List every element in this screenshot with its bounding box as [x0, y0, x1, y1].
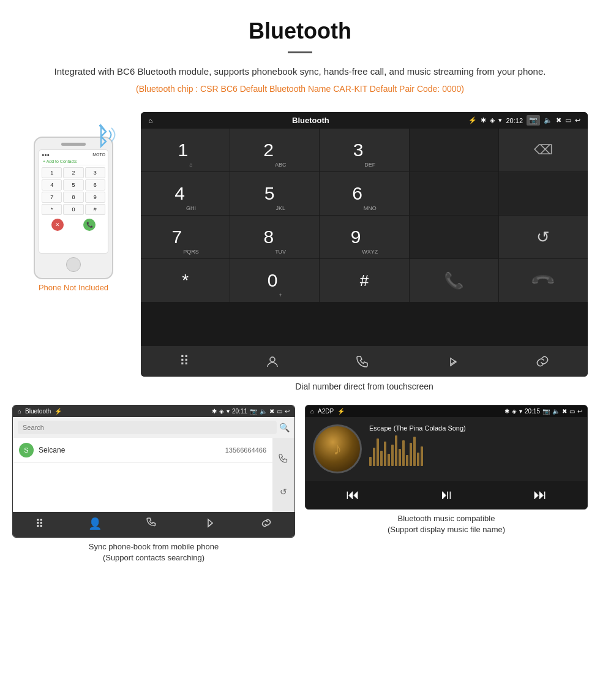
pb-call-icon-side[interactable]: [279, 453, 288, 465]
dial-call-green-btn[interactable]: 📞: [410, 259, 498, 302]
vis-bar-10: [402, 440, 405, 466]
music-bt-icon: ✱: [504, 408, 509, 415]
dial-backspace-btn[interactable]: ⌫: [499, 129, 588, 171]
pb-status-left: ⌂ Bluetooth ⚡: [18, 408, 62, 415]
phone-key-6[interactable]: 6: [85, 179, 105, 190]
phone-key-0[interactable]: 0: [63, 204, 83, 215]
dial-key-3[interactable]: 3DEF: [320, 129, 408, 171]
dial-key-star[interactable]: *: [141, 259, 230, 302]
phone-keypad: 1 2 3 4 5 6 7 8 9 * 0 #: [42, 167, 105, 215]
phone-key-9[interactable]: 9: [85, 192, 105, 203]
dial-key-hash[interactable]: #: [320, 259, 408, 302]
pb-search-bar: 🔍: [13, 417, 294, 438]
dial-refresh-btn[interactable]: ↺: [499, 216, 588, 258]
status-time: 20:12: [506, 117, 523, 124]
dial-key-1[interactable]: 1⌂: [141, 129, 230, 171]
pb-contact-list: S Seicane 13566664466: [13, 438, 272, 512]
phone-key-1[interactable]: 1: [42, 167, 62, 178]
pb-refresh-icon-side[interactable]: ↺: [280, 487, 287, 497]
dial-key-2[interactable]: 2ABC: [230, 129, 319, 171]
music-time: 20:15: [525, 408, 540, 415]
dial-call-red-btn[interactable]: 📞: [499, 259, 588, 302]
phone-key-8[interactable]: 8: [63, 192, 83, 203]
pb-x-icon: ✖: [269, 408, 274, 415]
dial-key-9[interactable]: 9WXYZ: [320, 216, 408, 258]
music-status-right: ✱ ◈ ▾ 20:15 📷 🔈 ✖ ▭ ↩: [504, 408, 582, 415]
music-caption-line2: (Support display music file name): [388, 525, 505, 534]
home-icon[interactable]: ⌂: [148, 116, 152, 125]
play-pause-icon[interactable]: ⏯: [440, 487, 453, 503]
phone-end-call-btn[interactable]: ✕: [51, 219, 64, 231]
dialpad-bottom-bar: ⠿: [141, 345, 588, 377]
pb-back-icon: ↩: [285, 408, 290, 415]
phone-home-button[interactable]: [66, 257, 81, 272]
phone-icon[interactable]: [356, 355, 369, 368]
dial-key-8[interactable]: 8TUV: [230, 216, 319, 258]
keypad-icon[interactable]: ⠿: [179, 353, 189, 369]
pb-grid-icon[interactable]: ⠿: [36, 517, 43, 532]
page-header: Bluetooth Integrated with BC6 Bluetooth …: [0, 0, 600, 112]
pb-wifi-icon: ▾: [227, 408, 230, 415]
dialpad-status-bar: ⌂ Bluetooth ⚡ ✱ ◈ ▾ 20:12 📷 🔈 ✖ ▭ ↩: [141, 112, 588, 129]
pb-contact-avatar: S: [19, 443, 34, 457]
pb-link-icon-bottom[interactable]: [260, 517, 272, 532]
music-win-icon: ▭: [569, 408, 575, 415]
vis-bar-6: [388, 454, 390, 466]
pb-bt-icon: ✱: [212, 408, 217, 415]
dialpad-grid: 1⌂ 2ABC 3DEF ⌫ 4GHI 5JKL: [141, 129, 588, 345]
wifi-icon: ▾: [498, 116, 502, 124]
dial-key-6[interactable]: 6MNO: [320, 172, 408, 215]
phone-key-7[interactable]: 7: [42, 192, 62, 203]
pb-search-input[interactable]: [18, 421, 277, 434]
phone-call-btn[interactable]: 📞: [83, 219, 96, 231]
music-usb-icon: ⚡: [337, 408, 345, 415]
pb-usb-icon: ⚡: [54, 408, 62, 415]
vis-bar-9: [399, 449, 401, 466]
bluetooth-icon[interactable]: [446, 355, 459, 368]
music-cam-icon: 📷: [542, 408, 550, 415]
music-song-title: Escape (The Pina Colada Song): [369, 424, 580, 432]
pb-contact-row[interactable]: S Seicane 13566664466: [13, 438, 272, 463]
close-icon[interactable]: ✖: [556, 116, 561, 124]
music-info: Escape (The Pina Colada Song): [369, 424, 580, 466]
dial-key-4[interactable]: 4GHI: [141, 172, 230, 215]
phone-key-star[interactable]: *: [42, 204, 62, 215]
phone-key-4[interactable]: 4: [42, 179, 62, 190]
pb-bt-icon-bottom[interactable]: [203, 517, 216, 532]
dial-empty-3: [499, 172, 588, 215]
dial-key-5[interactable]: 5JKL: [230, 172, 319, 215]
volume-icon[interactable]: 🔈: [544, 116, 552, 124]
music-controls: ⏮ ⏯ ⏭: [306, 481, 587, 509]
phone-key-2[interactable]: 2: [63, 167, 83, 178]
dial-key-0[interactable]: 0+: [230, 259, 319, 302]
window-icon[interactable]: ▭: [565, 116, 571, 124]
phonebook-screen: ⌂ Bluetooth ⚡ ✱ ◈ ▾ 20:11 📷 🔈 ✖ ▭ ↩: [12, 405, 295, 538]
prev-icon[interactable]: ⏮: [346, 487, 359, 503]
phone-key-5[interactable]: 5: [63, 179, 83, 190]
dial-key-7[interactable]: 7PQRS: [141, 216, 230, 258]
contacts-icon[interactable]: [266, 355, 279, 368]
phonebook-caption: Sync phone-book from mobile phone (Suppo…: [12, 538, 295, 567]
music-status-left: ⌂ A2DP ⚡: [310, 408, 345, 415]
camera-icon[interactable]: 📷: [527, 115, 540, 126]
pb-search-icon[interactable]: 🔍: [279, 423, 290, 432]
pb-title: Bluetooth: [25, 408, 51, 415]
dial-empty-1: [410, 129, 498, 171]
music-back-icon: ↩: [577, 408, 582, 415]
phone-mockup: ●●●MOTO + Add to Contacts 1 2 3 4 5 6 7 …: [34, 137, 113, 279]
phonebook-item: ⌂ Bluetooth ⚡ ✱ ◈ ▾ 20:11 📷 🔈 ✖ ▭ ↩: [12, 405, 295, 567]
back-icon[interactable]: ↩: [575, 116, 580, 124]
pb-home-icon: ⌂: [18, 408, 21, 415]
music-visualizer: [369, 435, 580, 466]
link-icon[interactable]: [536, 355, 549, 368]
pb-phone-icon-bottom[interactable]: [146, 517, 159, 532]
vis-bar-3: [377, 438, 379, 466]
title-divider: [288, 51, 312, 53]
pb-person-icon[interactable]: 👤: [88, 517, 102, 532]
pb-contact-initial: S: [24, 446, 28, 454]
phone-key-3[interactable]: 3: [85, 167, 105, 178]
phone-mockup-area: ●●●MOTO + Add to Contacts 1 2 3 4 5 6 7 …: [12, 112, 135, 292]
next-icon[interactable]: ⏭: [533, 487, 547, 503]
music-home-icon: ⌂: [310, 408, 314, 415]
phone-key-hash[interactable]: #: [85, 204, 105, 215]
